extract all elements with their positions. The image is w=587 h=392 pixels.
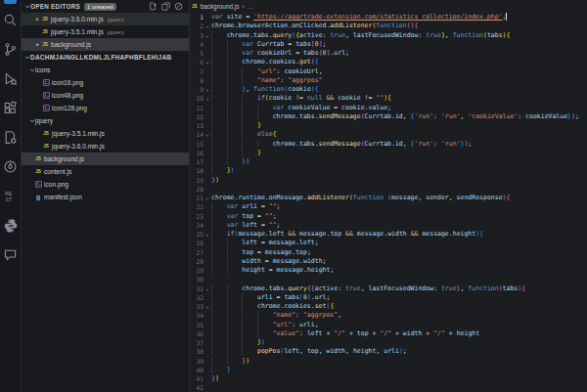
modified-dot-icon[interactable]: ●: [33, 38, 41, 51]
code-line[interactable]: 8 "name": "aggrpos": [190, 76, 587, 85]
code-line[interactable]: 15 chrome.tabs.sendMessage(Currtab.id, {…: [190, 140, 587, 149]
code-line[interactable]: 35 "url": urli,: [190, 321, 587, 329]
code-line[interactable]: 16 }: [190, 149, 587, 157]
code-text: }: [211, 121, 261, 130]
workspace-root-row[interactable]: DACHMJAINGLLKDMLJLFHAPHBFLEHIJAB: [22, 51, 189, 64]
code-line[interactable]: 13 }: [190, 121, 587, 130]
code-line[interactable]: 7 "url": cookieUrl,: [190, 67, 587, 76]
code-line[interactable]: 23 var top = "";: [190, 212, 587, 221]
code-line[interactable]: 18 }): [190, 166, 587, 175]
code-line[interactable]: 28 width = message.width;: [190, 257, 587, 266]
line-number: 17: [190, 157, 203, 166]
file-gear-icon[interactable]: [2, 129, 19, 146]
chat-icon[interactable]: [2, 246, 19, 263]
code-line[interactable]: 27 top = message.top;: [190, 248, 587, 257]
file-description: jquery: [108, 16, 124, 22]
code-line[interactable]: 41}): [190, 374, 587, 383]
tree-file-content.js[interactable]: JS content.js: [22, 165, 189, 178]
tree-file-icon16.png[interactable]: icon16.png: [22, 76, 189, 89]
code-line[interactable]: 42: [190, 383, 587, 392]
open-editor-row[interactable]: ● JS background.js: [22, 38, 189, 51]
line-number: 7: [190, 67, 203, 76]
code-line[interactable]: 12 chrome.tabs.sendMessage(Currtab.id, {…: [190, 112, 587, 121]
code-line[interactable]: 4 var Currtab = tabs[0];: [190, 40, 587, 49]
tree-file-jquery-3.5.1.min.js[interactable]: JS jquery-3.5.1.min.js: [22, 127, 189, 140]
run-debug-icon[interactable]: [2, 70, 19, 87]
code-line[interactable]: 17 }): [190, 157, 587, 166]
breadcrumb[interactable]: JS background.js › …: [190, 0, 587, 13]
code-line[interactable]: 20: [190, 185, 587, 194]
code-line[interactable]: 19}): [190, 176, 587, 185]
fold-chevron-icon[interactable]: ⌄: [203, 194, 211, 202]
fold-chevron-icon[interactable]: ⌄: [203, 22, 211, 30]
tree-file-jquery-3.6.0.min.js[interactable]: JS jquery-3.6.0.min.js: [22, 140, 189, 152]
tree-folder-icons[interactable]: icons: [22, 64, 189, 76]
line-number: 34: [190, 311, 203, 320]
extensions-icon[interactable]: [2, 100, 19, 116]
code-area[interactable]: 1var site = 'https://aggrtrade-extension…: [190, 13, 587, 392]
tree-file-manifest.json[interactable]: {} manifest.json: [22, 191, 189, 203]
code-line[interactable]: 2⌄chrome.browserAction.onClicked.addList…: [190, 22, 587, 30]
fold-chevron-icon[interactable]: ⌄: [203, 130, 211, 139]
code-line[interactable]: 22 var urli = "";: [190, 202, 587, 211]
code-line[interactable]: 32 urli = tabs[0].url;: [190, 293, 587, 302]
fold-spacer: [203, 104, 211, 112]
open-editor-row[interactable]: JS jquery-3.5.1.min.js jquery: [22, 25, 189, 38]
code-line[interactable]: 26 left = message.left;: [190, 239, 587, 247]
code-line[interactable]: 11 var cookieValue = cookie.value;: [190, 104, 587, 112]
code-line[interactable]: 6⌄ chrome.cookies.get({: [190, 58, 587, 66]
tree-file-icon48.png[interactable]: icon48.png: [22, 89, 189, 102]
rest-icon[interactable]: REST: [2, 188, 19, 204]
code-editor[interactable]: JS background.js › … 1var site = 'https:…: [190, 0, 587, 392]
code-line[interactable]: 40 }: [190, 366, 587, 374]
tree-file-icon.png[interactable]: icon.png: [22, 178, 189, 191]
tree-folder-jquery[interactable]: jquery: [22, 114, 189, 127]
code-text: top = message.top;: [211, 248, 311, 257]
tree-file-background.js[interactable]: JS background.js: [22, 152, 189, 165]
code-line[interactable]: 1var site = 'https://aggrtrade-extension…: [190, 13, 587, 22]
fold-spacer: [203, 257, 211, 266]
code-line[interactable]: 5 var cookieUrl = tabs[0].url;: [190, 49, 587, 58]
fold-chevron-icon[interactable]: ⌄: [203, 302, 211, 311]
tree-file-icon128.png[interactable]: icon128.png: [22, 102, 189, 114]
code-line[interactable]: 37 }): [190, 338, 587, 347]
search-icon[interactable]: [2, 12, 19, 28]
code-line[interactable]: 39 }): [190, 357, 587, 366]
close-all-icon[interactable]: [174, 2, 183, 12]
new-file-icon[interactable]: [149, 2, 158, 12]
fold-chevron-icon[interactable]: ⌄: [203, 58, 211, 66]
code-line[interactable]: 34 "name": "aggrpos",: [190, 311, 587, 320]
open-editor-row[interactable]: × JS jquery-3.6.0.min.js jquery: [22, 13, 189, 25]
code-text: chrome.tabs.sendMessage(Currtab.id, {'ru…: [211, 140, 472, 149]
source-control-icon[interactable]: [2, 41, 19, 58]
code-line[interactable]: 10⌄ if(cookie != null && cookie != ""){: [190, 94, 587, 103]
code-line[interactable]: 29 height = message.height;: [190, 266, 587, 275]
code-text: left = message.left;: [211, 239, 319, 247]
code-line[interactable]: 21⌄chrome.runtime.onMessage.addListener(…: [190, 194, 587, 202]
python-icon[interactable]: [2, 217, 19, 234]
code-line[interactable]: 33⌄ chrome.cookies.set({: [190, 302, 587, 311]
close-editor-icon[interactable]: ×: [33, 13, 41, 25]
fold-chevron-icon[interactable]: ⌄: [203, 284, 211, 293]
code-line[interactable]: 38 popPos(left, top, width, height, urli…: [190, 347, 587, 356]
fold-chevron-icon[interactable]: ⌄: [203, 85, 211, 94]
circle-drop-icon[interactable]: [2, 158, 19, 175]
fold-chevron-icon[interactable]: ⌄: [203, 230, 211, 239]
code-line[interactable]: 31⌄ chrome.tabs.query({active: true, las…: [190, 284, 587, 293]
code-line[interactable]: 30: [190, 275, 587, 283]
code-line[interactable]: 25⌄ if(message.left && message.top && me…: [190, 230, 587, 239]
partial-active-icon[interactable]: [4, 0, 17, 4]
code-line[interactable]: 14⌄ else{: [190, 130, 587, 139]
fold-spacer: [203, 338, 211, 347]
code-line[interactable]: 9⌄ }, function(cookie){: [190, 85, 587, 94]
code-line[interactable]: 3⌄ chrome.tabs.query({active: true, last…: [190, 31, 587, 40]
file-name: manifest.json: [44, 194, 82, 200]
code-line[interactable]: 24 var left = "";: [190, 221, 587, 230]
fold-chevron-icon[interactable]: ⌄: [203, 94, 211, 103]
fold-spacer: [203, 121, 211, 130]
code-line[interactable]: 36 "value": left + "/" + top + "/" + wid…: [190, 329, 587, 338]
open-editors-header[interactable]: OPEN EDITORS 1 unsaved: [22, 0, 189, 13]
fold-spacer: [203, 212, 211, 221]
fold-chevron-icon[interactable]: ⌄: [203, 31, 211, 40]
save-all-icon[interactable]: [161, 2, 170, 12]
